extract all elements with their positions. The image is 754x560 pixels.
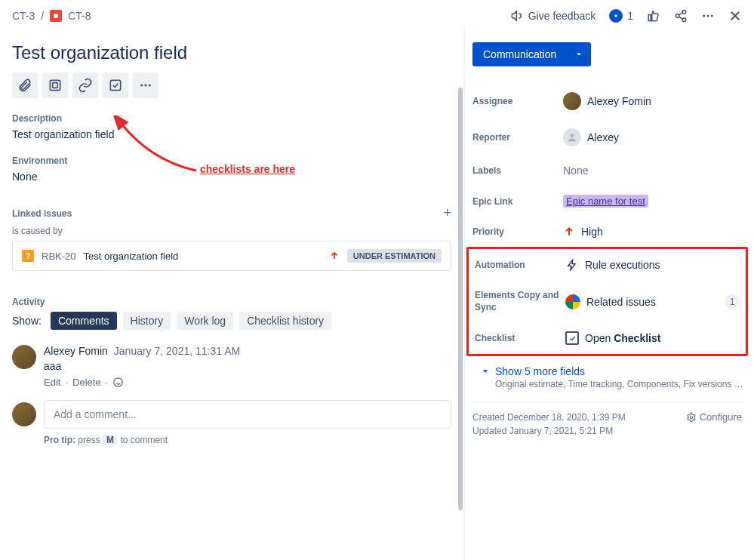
svg-point-10 <box>140 85 143 87</box>
field-assignee[interactable]: Assignee Alexey Fomin <box>472 83 742 119</box>
comment-input[interactable]: Add a comment... <box>44 400 451 429</box>
tab-worklog[interactable]: Work log <box>177 312 233 330</box>
checkbox-icon <box>108 78 123 93</box>
created-date: Created December 18, 2020, 1:39 PM <box>472 412 626 423</box>
configure-button[interactable]: Configure <box>686 411 742 423</box>
watchers-button[interactable]: 1 <box>609 9 633 23</box>
svg-point-6 <box>711 15 713 17</box>
field-labels[interactable]: Labels None <box>472 155 742 186</box>
comment-item: Alexey Fomin January 7, 2021, 11:31 AM a… <box>12 345 451 388</box>
show-more-label: Show 5 more fields <box>495 365 585 377</box>
comment-delete-button[interactable]: Delete <box>72 377 101 388</box>
activity-label: Activity <box>12 297 451 307</box>
svg-point-12 <box>149 85 151 87</box>
svg-point-13 <box>114 378 122 386</box>
status-label: Communication <box>483 48 556 60</box>
attach-button[interactable] <box>12 72 38 98</box>
description-label: Description <box>12 113 451 124</box>
add-checklist-button[interactable] <box>103 72 128 98</box>
issue-title[interactable]: Test organization field <box>12 42 451 63</box>
svg-point-15 <box>690 416 693 419</box>
watchers-count: 1 <box>627 10 633 22</box>
svg-point-5 <box>707 15 709 17</box>
share-icon <box>674 9 688 23</box>
description-value[interactable]: Test organization field <box>12 128 451 140</box>
breadcrumb-parent[interactable]: CT-3 <box>12 10 35 22</box>
more-content-actions[interactable] <box>133 72 158 98</box>
tab-checklist-history[interactable]: Checklist history <box>239 312 331 330</box>
elements-icon <box>565 294 580 309</box>
svg-point-1 <box>682 11 686 14</box>
issue-dates: Created December 18, 2020, 1:39 PM Confi… <box>472 402 742 436</box>
comment-author[interactable]: Alexey Fomin <box>44 345 108 357</box>
linked-issue-key: RBK-20 <box>42 251 76 262</box>
automation-value: Rule executions <box>585 259 660 271</box>
issue-type-icon <box>50 10 62 22</box>
status-dropdown[interactable]: Communication <box>472 42 591 66</box>
thumbs-up-icon <box>647 9 660 23</box>
close-icon <box>728 9 742 23</box>
field-epic-link[interactable]: Epic Link Epic name for test <box>472 186 742 217</box>
issue-type-icon: ? <box>22 250 34 262</box>
assignee-label: Assignee <box>472 96 563 106</box>
vote-button[interactable] <box>647 9 660 23</box>
share-button[interactable] <box>674 9 688 23</box>
field-reporter[interactable]: Reporter Alexey <box>472 119 742 155</box>
header-actions: Give feedback 1 <box>510 9 742 23</box>
labels-label: Labels <box>472 165 563 176</box>
avatar <box>563 92 581 110</box>
svg-rect-8 <box>53 83 58 88</box>
priority-value: High <box>581 226 603 238</box>
svg-rect-7 <box>50 80 60 90</box>
breadcrumb-current[interactable]: CT-8 <box>68 10 91 22</box>
comment-date: January 7, 2021, 11:31 AM <box>114 345 240 357</box>
field-priority[interactable]: Priority High <box>472 217 742 247</box>
ellipsis-icon <box>701 9 715 23</box>
add-reaction-button[interactable] <box>112 377 124 388</box>
pro-tip: Pro tip: press M to comment <box>44 435 451 445</box>
megaphone-icon <box>510 9 524 23</box>
linked-issue-status: UNDER ESTIMATION <box>347 249 442 263</box>
close-button[interactable] <box>728 9 742 23</box>
field-copy-sync[interactable]: Elements Copy and Sync Related issues 1 <box>475 281 740 322</box>
subtask-icon <box>48 78 63 93</box>
checkbox-icon <box>565 331 579 345</box>
field-checklist[interactable]: Checklist Open Checklist <box>475 322 740 354</box>
checklist-value: Open Checklist <box>585 332 660 344</box>
avatar <box>563 128 581 146</box>
show-label: Show: <box>12 315 42 327</box>
scrollbar[interactable] <box>457 29 463 560</box>
comment-edit-button[interactable]: Edit <box>44 377 60 388</box>
add-comment-row: Add a comment... <box>12 400 451 429</box>
environment-value[interactable]: None <box>12 171 451 183</box>
add-linked-issue-button[interactable]: + <box>443 205 451 221</box>
linked-issue-card[interactable]: ? RBK-20 Test organization field UNDER E… <box>12 241 451 271</box>
updated-date: Updated January 7, 2021, 5:21 PM <box>472 426 742 436</box>
show-more-fields[interactable]: Show 5 more fields <box>480 365 742 377</box>
comment-body: aaa <box>44 360 451 372</box>
breadcrumb-separator: / <box>41 10 44 22</box>
more-actions-button[interactable] <box>701 9 715 23</box>
tab-comments[interactable]: Comments <box>51 312 117 330</box>
emoji-icon <box>112 377 124 388</box>
issue-details-panel: Communication Assignee Alexey Fomin Repo… <box>463 29 754 560</box>
tab-history[interactable]: History <box>123 312 171 330</box>
priority-label: Priority <box>472 226 563 237</box>
linked-issue-title: Test organization field <box>84 251 179 262</box>
avatar <box>12 402 36 426</box>
svg-point-14 <box>571 134 574 137</box>
dot-separator: · <box>65 377 68 388</box>
avatar[interactable] <box>12 345 36 369</box>
epic-value[interactable]: Epic name for test <box>563 195 648 208</box>
labels-value: None <box>563 165 588 177</box>
activity-tabs: Show: Comments History Work log Checklis… <box>12 312 451 330</box>
checklist-label: Checklist <box>475 333 565 343</box>
field-automation[interactable]: Automation Rule executions <box>475 249 740 281</box>
give-feedback-button[interactable]: Give feedback <box>510 9 596 23</box>
svg-point-2 <box>676 14 679 18</box>
ellipsis-icon <box>139 78 152 92</box>
reporter-value: Alexey <box>587 131 619 143</box>
add-child-button[interactable] <box>42 72 68 98</box>
link-issue-button[interactable] <box>72 72 98 98</box>
breadcrumb: CT-3 / CT-8 <box>12 10 91 22</box>
